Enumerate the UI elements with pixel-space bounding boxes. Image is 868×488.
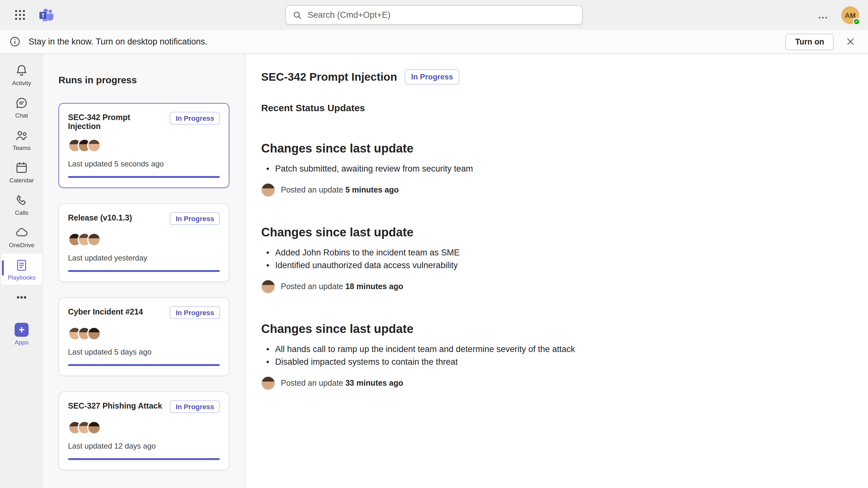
- update-bullet: All hands call to ramp up the incident t…: [261, 343, 843, 356]
- teams-window: T … AM ✓ Stay in the know. Turn on: [0, 0, 868, 488]
- update-bullet: Disabled impacted systems to contain the…: [261, 356, 843, 369]
- chat-icon: [14, 96, 29, 110]
- user-avatar[interactable]: AM ✓: [841, 6, 859, 24]
- status-badge: In Progress: [170, 212, 220, 225]
- posted-time: 5 minutes ago: [345, 186, 399, 194]
- last-updated-text: Last updated 5 days ago: [68, 347, 220, 357]
- progress-bar: [68, 364, 220, 366]
- status-update: Changes since last update Added John Rob…: [261, 225, 843, 294]
- avatar: [261, 280, 275, 294]
- run-card-sec-342[interactable]: SEC-342 Prompt Injection In Progress Las…: [58, 103, 229, 188]
- playbooks-icon: [14, 258, 29, 272]
- section-title: Recent Status Updates: [261, 102, 843, 113]
- more-icon: [14, 291, 29, 304]
- status-badge: In Progress: [170, 112, 220, 125]
- runs-panel-title: Runs in progress: [58, 74, 229, 85]
- teams-logo-icon[interactable]: T: [38, 7, 55, 23]
- run-card-title: Cyber Incident #214: [68, 306, 143, 316]
- turn-on-button[interactable]: Turn on: [786, 33, 834, 50]
- posted-text: Posted an update 5 minutes ago: [281, 186, 399, 194]
- update-bullets: Added John Robins to the incident team a…: [261, 247, 843, 272]
- sidebar-item-chat[interactable]: Chat: [1, 92, 42, 123]
- avatar: [87, 421, 101, 435]
- status-update: Changes since last update Patch submitte…: [261, 141, 843, 197]
- avatar: [87, 139, 101, 152]
- user-initials: AM: [845, 11, 856, 19]
- run-card-sec-327[interactable]: SEC-327 Phishing Attack In Progress Last…: [58, 391, 229, 470]
- status-badge: In Progress: [170, 400, 220, 413]
- avatar: [261, 183, 275, 197]
- notification-banner: Stay in the know. Turn on desktop notifi…: [0, 30, 868, 54]
- posted-time: 18 minutes ago: [345, 282, 403, 291]
- update-bullet: Patch submitted, awaiting review from se…: [261, 163, 843, 175]
- people-icon: [14, 128, 29, 142]
- progress-bar: [68, 458, 220, 460]
- banner-message: Stay in the know. Turn on desktop notifi…: [29, 37, 208, 47]
- status-badge: In Progress: [405, 69, 459, 85]
- sidebar-item-playbooks[interactable]: Playbooks: [1, 253, 42, 285]
- update-bullet: Added John Robins to the incident team a…: [261, 247, 843, 259]
- run-card-release[interactable]: Release (v10.1.3) In Progress Last updat…: [58, 203, 229, 282]
- search-input[interactable]: [308, 10, 576, 20]
- member-avatars: [68, 233, 220, 247]
- posted-time: 33 minutes ago: [345, 379, 403, 388]
- avatar: [87, 233, 101, 247]
- presence-available-icon: ✓: [853, 18, 860, 25]
- run-detail: SEC-342 Prompt Injection In Progress Rec…: [245, 54, 868, 488]
- top-bar: T … AM ✓: [0, 0, 868, 30]
- sidebar-item-calendar[interactable]: Calendar: [1, 156, 42, 187]
- run-card-title: SEC-342 Prompt Injection: [68, 112, 165, 131]
- update-bullets: Patch submitted, awaiting review from se…: [261, 163, 843, 175]
- run-card-title: SEC-327 Phishing Attack: [68, 400, 162, 410]
- svg-text:T: T: [41, 12, 44, 18]
- progress-bar: [68, 176, 220, 178]
- update-heading: Changes since last update: [261, 322, 843, 337]
- member-avatars: [68, 327, 220, 341]
- member-avatars: [68, 421, 220, 435]
- status-update: Changes since last update All hands call…: [261, 322, 843, 390]
- search-icon: [292, 10, 303, 20]
- update-heading: Changes since last update: [261, 141, 843, 156]
- waffle-icon[interactable]: [9, 4, 31, 26]
- apps-plus-icon: +: [14, 323, 29, 337]
- more-options-icon[interactable]: …: [815, 9, 831, 21]
- posted-text: Posted an update 18 minutes ago: [281, 282, 403, 291]
- search-bar[interactable]: [285, 5, 583, 25]
- runs-panel: Runs in progress SEC-342 Prompt Injectio…: [43, 54, 245, 488]
- sidebar-item-teams[interactable]: Teams: [1, 124, 42, 155]
- cloud-icon: [14, 225, 29, 240]
- last-updated-text: Last updated yesterday: [68, 253, 220, 263]
- update-bullets: All hands call to ramp up the incident t…: [261, 343, 843, 369]
- phone-icon: [14, 193, 29, 207]
- sidebar-item-calls[interactable]: Calls: [1, 189, 42, 220]
- avatar: [87, 327, 101, 341]
- member-avatars: [68, 139, 220, 152]
- progress-bar: [68, 270, 220, 272]
- avatar: [261, 376, 275, 390]
- last-updated-text: Last updated 12 days ago: [68, 441, 220, 451]
- posted-text: Posted an update 33 minutes ago: [281, 379, 403, 388]
- sidebar-item-activity[interactable]: Activity: [1, 59, 42, 90]
- page-title: SEC-342 Prompt Injection: [261, 70, 397, 84]
- app-rail: Activity Chat Teams Calendar: [0, 54, 43, 488]
- bell-icon: [14, 64, 29, 78]
- run-card-cyber-incident[interactable]: Cyber Incident #214 In Progress Last upd…: [58, 297, 229, 376]
- info-icon: [9, 36, 21, 48]
- last-updated-text: Last updated 5 seconds ago: [68, 159, 220, 169]
- update-bullet: Identified unauthorized data access vuln…: [261, 259, 843, 272]
- close-icon[interactable]: [841, 33, 859, 51]
- update-heading: Changes since last update: [261, 225, 843, 240]
- sidebar-item-more[interactable]: [1, 286, 42, 308]
- calendar-icon: [14, 161, 29, 175]
- status-badge: In Progress: [170, 306, 220, 319]
- sidebar-item-onedrive[interactable]: OneDrive: [1, 221, 42, 252]
- run-card-title: Release (v10.1.3): [68, 212, 132, 222]
- sidebar-item-apps[interactable]: + Apps: [1, 318, 42, 349]
